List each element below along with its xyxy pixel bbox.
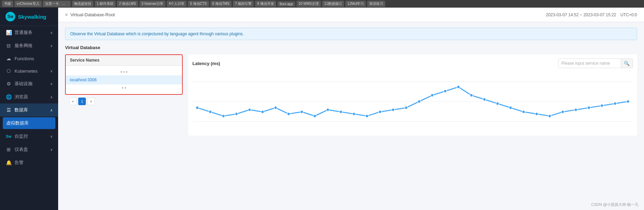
- browser-tab-4[interactable]: 物流超技技: [72, 1, 93, 7]
- svg-point-24: [470, 94, 473, 97]
- svg-point-10: [287, 112, 290, 116]
- sidebar-item-virtual-db[interactable]: 虚拟数据库: [3, 117, 55, 129]
- svg-point-31: [561, 110, 564, 113]
- svg-point-6: [235, 112, 238, 116]
- svg-point-25: [483, 98, 486, 101]
- chart-area: [192, 72, 633, 131]
- svg-point-9: [274, 106, 277, 109]
- browser-tab-6[interactable]: 2 海信LMS: [117, 1, 138, 7]
- browser-tab-14[interactable]: 10 WMS文理: [297, 1, 321, 7]
- search-input[interactable]: [559, 61, 621, 66]
- svg-point-15: [353, 112, 355, 116]
- sidebar-item-database[interactable]: ☰ 数据库 ∧: [0, 103, 58, 117]
- sidebar-item-infrastructure[interactable]: ⚙ 基础设施 ∨: [0, 77, 58, 90]
- logo-icon: Sw: [6, 12, 15, 21]
- svg-point-17: [379, 110, 381, 113]
- infrastructure-icon: ⚙: [6, 81, 12, 86]
- table-header: Service Names: [66, 55, 182, 66]
- svg-point-11: [300, 110, 303, 113]
- browser-tab-9[interactable]: 5 海信CTS: [188, 1, 209, 7]
- chevron-down-icon: ∨: [50, 135, 53, 138]
- sidebar-logo: Sw Skywalking: [0, 8, 58, 26]
- section-title: Virtual Database: [65, 45, 637, 50]
- chevron-down-icon: ∨: [50, 69, 53, 73]
- svg-point-20: [418, 100, 420, 103]
- svg-point-26: [496, 102, 499, 105]
- sidebar: Sw Skywalking 📊 普通服务 ∨ ⊟ 服务网格 ∨ ☁ Functi…: [0, 8, 58, 210]
- sidebar-item-label: 普通服务: [15, 29, 33, 36]
- dot: [123, 71, 125, 73]
- table-body: localhost:3306: [66, 66, 182, 94]
- page-body: Observe the Virtual Database which is co…: [58, 22, 644, 210]
- svg-point-4: [209, 110, 212, 113]
- service-mesh-icon: ⊟: [6, 43, 12, 48]
- breadcrumb: ≡ Virtual-Database-Root: [65, 12, 115, 17]
- search-box[interactable]: 🔍: [558, 58, 633, 68]
- browser-tab-15[interactable]: 11数据接口: [322, 1, 344, 7]
- chevron-up-icon: ∧: [50, 108, 53, 112]
- top-header: ≡ Virtual-Database-Root 2023-03-07 14:52…: [58, 8, 644, 22]
- pagination-current[interactable]: 1: [78, 98, 86, 105]
- sidebar-item-functions[interactable]: ☁ Functions: [0, 52, 58, 65]
- browser-tab-13[interactable]: 9uni-app: [278, 1, 295, 7]
- footer-watermark: CSDN @小屁孩大帅·杨一凡: [591, 202, 638, 207]
- browser-tab-8[interactable]: 4个人日常: [167, 1, 187, 7]
- sidebar-item-browser[interactable]: 🌐 浏览器 ∧: [0, 90, 58, 103]
- left-panel: Service Names localhost:3306: [65, 54, 183, 136]
- svg-point-22: [444, 90, 447, 93]
- sidebar-item-label: 服务网格: [15, 43, 33, 49]
- search-button[interactable]: 🔍: [621, 59, 633, 68]
- dot: [125, 87, 126, 89]
- browser-tab-3[interactable]: 当里一卡、你知道: [43, 1, 71, 7]
- dot-row: [66, 69, 182, 75]
- pagination-next[interactable]: >: [87, 98, 95, 105]
- browser-tab-5[interactable]: 1 邮件系统: [95, 1, 116, 7]
- sidebar-item-label: 基础设施: [15, 81, 33, 87]
- browser-tab-12[interactable]: 8 饿信开发: [255, 1, 276, 7]
- sidebar-item-label: Functions: [15, 56, 34, 61]
- sidebar-item-label: Kubernetes: [15, 69, 38, 74]
- svg-point-34: [600, 104, 603, 107]
- svg-point-16: [365, 115, 368, 118]
- datetime-range: 2023-03-07 14:52 ~ 2023-03-07 15:22: [546, 12, 616, 17]
- chart-header: Latency (ms) 🔍: [192, 58, 633, 68]
- sidebar-item-alert[interactable]: 🔔 告警: [0, 156, 58, 169]
- pagination-prev[interactable]: <: [69, 98, 77, 105]
- sidebar-item-service-mesh[interactable]: ⊟ 服务网格 ∨: [0, 39, 58, 52]
- svg-point-19: [405, 106, 407, 109]
- browser-tab-2[interactable]: vxChrome导入: [15, 1, 42, 7]
- header-right: 2023-03-07 14:52 ~ 2023-03-07 15:22 UTC+…: [546, 12, 637, 17]
- svg-point-28: [522, 110, 525, 113]
- logo-text: Skywalking: [18, 14, 46, 20]
- pagination: < 1 >: [65, 95, 183, 108]
- browser-tab-17[interactable]: 英语练习: [367, 1, 385, 7]
- chevron-down-icon: ∨: [50, 82, 53, 86]
- info-banner: Observe the Virtual Database which is co…: [65, 28, 637, 40]
- sidebar-item-label: 数据库: [15, 107, 28, 113]
- sidebar-item-label: 告警: [15, 159, 24, 166]
- sidebar-item-label: 仪表盘: [15, 146, 28, 153]
- browser-tab-10[interactable]: 6 海信TMS: [210, 1, 232, 7]
- sidebar-item-dashboard[interactable]: ⊞ 仪表盘 ∨: [0, 143, 58, 156]
- chevron-down-icon: ∨: [50, 31, 53, 35]
- sidebar-item-label: 虚拟数据库: [6, 120, 29, 126]
- sidebar-item-self-monitor[interactable]: Sw 自监控 ∨: [0, 130, 58, 143]
- browser-tab-7[interactable]: 3 hisense日常: [139, 1, 165, 7]
- breadcrumb-text: Virtual-Database-Root: [71, 12, 115, 17]
- sidebar-item-general[interactable]: 📊 普通服务 ∨: [0, 26, 58, 39]
- svg-point-33: [587, 106, 590, 109]
- browser-tab-bookmarks[interactable]: 书签: [2, 1, 13, 7]
- browser-tab-11[interactable]: 7 规则引擎: [233, 1, 254, 7]
- browser-icon: 🌐: [6, 94, 12, 100]
- sidebar-item-label: 浏览器: [15, 94, 28, 100]
- service-link[interactable]: localhost:3306: [70, 77, 97, 82]
- sidebar-item-kubernetes[interactable]: ⎔ Kubernetes ∨: [0, 65, 58, 77]
- browser-tab-16[interactable]: 12Mul学习: [345, 1, 366, 7]
- table-row[interactable]: localhost:3306: [66, 75, 182, 84]
- chevron-down-icon: ∧: [50, 95, 53, 99]
- svg-point-13: [326, 108, 329, 111]
- svg-point-18: [392, 108, 394, 111]
- database-icon: ☰: [6, 107, 12, 113]
- svg-point-36: [627, 100, 629, 103]
- self-monitor-icon: Sw: [6, 134, 12, 138]
